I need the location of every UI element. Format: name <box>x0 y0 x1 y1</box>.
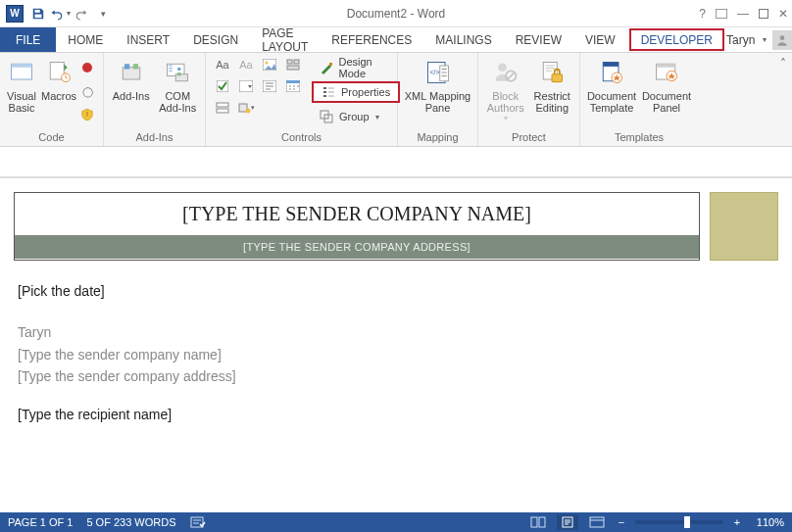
logo-placeholder[interactable] <box>710 192 778 261</box>
sender-name-field[interactable]: Taryn <box>18 321 774 343</box>
restrict-editing-button[interactable]: Restrict Editing <box>531 55 574 114</box>
page-number-status[interactable]: PAGE 1 OF 1 <box>8 516 73 528</box>
web-layout-button[interactable] <box>586 514 608 530</box>
qat-customize-button[interactable]: ▾ <box>92 3 114 24</box>
collapse-ribbon-button[interactable]: ˄ <box>780 57 786 71</box>
ribbon: Visual Basic Macros ◯ ! Code <box>0 53 792 147</box>
word-app-icon: W <box>6 5 24 23</box>
document-area[interactable]: [TYPE THE SENDER COMPANY NAME] [TYPE THE… <box>0 147 792 512</box>
macros-button[interactable]: Macros <box>41 55 76 102</box>
read-mode-button[interactable] <box>527 514 549 530</box>
svg-point-35 <box>498 63 507 72</box>
group-button[interactable]: Group ▾ <box>312 106 400 127</box>
tab-design[interactable]: DESIGN <box>181 27 250 52</box>
svg-rect-46 <box>531 517 537 527</box>
group-addins-label: Add-Ins <box>110 130 199 146</box>
svg-rect-24 <box>286 80 300 83</box>
properties-button[interactable]: Properties <box>312 81 400 103</box>
recipient-name-control[interactable]: [Type the recipient name] <box>18 404 774 425</box>
svg-rect-40 <box>603 63 619 67</box>
picture-control-button[interactable] <box>259 55 280 74</box>
tab-developer[interactable]: DEVELOPER <box>629 28 724 51</box>
svg-rect-10 <box>133 64 138 69</box>
svg-rect-17 <box>287 60 292 64</box>
maximize-button[interactable] <box>759 9 768 19</box>
com-addins-label: COM Add-Ins <box>157 90 200 114</box>
zoom-slider[interactable] <box>635 520 723 524</box>
block-authors-button[interactable]: Block Authors ▾ <box>484 55 527 122</box>
tab-home[interactable]: HOME <box>56 27 115 52</box>
document-template-button[interactable]: Document Template <box>586 55 637 114</box>
word-count-status[interactable]: 5 OF 233 WORDS <box>86 516 175 528</box>
dropdown-control-button[interactable] <box>259 76 280 96</box>
document-panel-label: Document Panel <box>641 90 692 114</box>
print-layout-button[interactable] <box>557 514 578 530</box>
document-panel-button[interactable]: Document Panel <box>641 55 692 114</box>
sender-company-name-control[interactable]: [TYPE THE SENDER COMPANY NAME] <box>15 193 699 235</box>
visual-basic-button[interactable]: Visual Basic <box>6 55 37 114</box>
user-menu-caret[interactable]: ▾ <box>763 35 767 44</box>
record-macro-button[interactable] <box>76 57 98 78</box>
close-button[interactable]: ✕ <box>778 7 788 21</box>
addins-button[interactable]: Add-Ins <box>110 55 153 102</box>
group-code-label: Code <box>6 130 97 146</box>
group-icon <box>320 110 333 123</box>
zoom-level[interactable]: 110% <box>751 516 784 528</box>
user-avatar[interactable] <box>772 30 792 50</box>
minimize-button[interactable]: — <box>737 7 749 21</box>
zoom-slider-thumb[interactable] <box>684 516 690 528</box>
checkbox-control-button[interactable] <box>212 76 233 96</box>
document-template-label: Document Template <box>586 90 637 114</box>
com-addins-button[interactable]: COM Add-Ins <box>157 55 200 114</box>
page: [TYPE THE SENDER COMPANY NAME] [TYPE THE… <box>0 178 792 425</box>
tab-page-layout[interactable]: PAGE LAYOUT <box>250 27 320 52</box>
tab-review[interactable]: REVIEW <box>504 27 573 52</box>
zoom-in-button[interactable]: + <box>731 516 743 528</box>
building-block-control-button[interactable] <box>282 55 304 74</box>
undo-button[interactable]: ▾ <box>49 3 71 24</box>
svg-rect-38 <box>552 74 563 82</box>
ribbon-display-button[interactable] <box>716 9 727 19</box>
status-bar: PAGE 1 OF 1 5 OF 233 WORDS − + 110% <box>0 512 792 532</box>
zoom-out-button[interactable]: − <box>616 516 627 528</box>
redo-button[interactable] <box>71 3 92 24</box>
pause-recording-button[interactable]: ◯ <box>76 80 98 102</box>
sender-address-inline-control[interactable]: [Type the sender company address] <box>18 365 774 387</box>
date-picker-control-button[interactable] <box>282 76 304 96</box>
window-title: Document2 - Word <box>0 7 792 21</box>
properties-icon <box>322 85 335 99</box>
svg-rect-8 <box>123 68 140 79</box>
plain-text-control-button[interactable]: Aa <box>235 55 257 74</box>
svg-point-12 <box>177 68 181 72</box>
block-authors-label: Block Authors <box>484 90 527 114</box>
tab-file[interactable]: FILE <box>0 27 56 52</box>
save-button[interactable] <box>27 3 49 24</box>
svg-rect-19 <box>287 66 299 70</box>
tab-insert[interactable]: INSERT <box>115 27 181 52</box>
tab-references[interactable]: REFERENCES <box>320 27 423 52</box>
date-picker-control[interactable]: [Pick the date] <box>18 280 774 302</box>
legacy-tools-button[interactable]: ▾ <box>235 98 257 118</box>
svg-rect-25 <box>217 103 228 107</box>
svg-rect-14 <box>177 73 181 76</box>
tab-mailings[interactable]: MAILINGS <box>423 27 503 52</box>
xml-mapping-label: XML Mapping Pane <box>404 90 471 114</box>
tab-view[interactable]: VIEW <box>573 27 627 52</box>
macro-security-button[interactable]: ! <box>76 104 98 125</box>
group-protect: Block Authors ▾ Restrict Editing Protect <box>478 53 580 146</box>
xml-mapping-pane-button[interactable]: </> XML Mapping Pane <box>404 55 471 114</box>
rich-text-control-button[interactable]: Aa <box>212 55 233 74</box>
group-mapping-label: Mapping <box>404 130 471 146</box>
group-label: Group <box>339 111 370 122</box>
repeating-section-control-button[interactable] <box>212 98 233 118</box>
sender-company-address-control[interactable]: [TYPE THE SENDER COMPANY ADDRESS] <box>15 235 699 259</box>
user-name[interactable]: Taryn <box>726 33 755 47</box>
block-authors-icon <box>490 57 521 88</box>
macros-label: Macros <box>41 90 76 102</box>
sender-company-inline-control[interactable]: [Type the sender company name] <box>18 344 774 365</box>
design-mode-button[interactable]: Design Mode <box>312 57 400 78</box>
proofing-status[interactable] <box>190 515 206 529</box>
group-controls: Aa Aa ▾ Design <box>206 53 398 146</box>
help-button[interactable]: ? <box>699 7 706 21</box>
combobox-control-button[interactable] <box>235 76 257 96</box>
